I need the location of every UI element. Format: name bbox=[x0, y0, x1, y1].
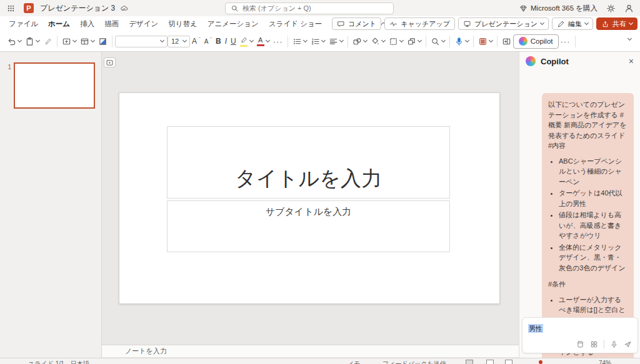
more-font-options-button[interactable]: ··· bbox=[271, 34, 285, 49]
pane-icon bbox=[502, 37, 511, 46]
share-button[interactable]: 共有 bbox=[596, 17, 638, 30]
design-ideas-button[interactable] bbox=[476, 34, 494, 49]
slide-1-thumbnail[interactable] bbox=[14, 62, 95, 109]
highlight-color-button[interactable] bbox=[238, 34, 255, 49]
catchup-label: キャッチアップ bbox=[401, 19, 450, 29]
start-slideshow-button[interactable] bbox=[104, 57, 116, 67]
notes-input[interactable]: ノートを入力 bbox=[102, 345, 519, 357]
designer-button[interactable] bbox=[96, 34, 109, 49]
powerpoint-logo[interactable]: P bbox=[24, 3, 34, 13]
normal-view-button[interactable] bbox=[466, 360, 473, 364]
notebook-icon[interactable] bbox=[576, 340, 584, 348]
notes-toggle[interactable]: メモ bbox=[348, 360, 360, 364]
editing-canvas: タイトルを入力 サブタイトルを入力 ノートを入力 bbox=[102, 52, 519, 364]
language-button[interactable]: 日本語 bbox=[71, 360, 89, 364]
format-painter-button[interactable] bbox=[41, 34, 54, 49]
tab-slideshow[interactable]: スライド ショー bbox=[264, 19, 327, 29]
shrink-font-button[interactable]: Aˇ bbox=[202, 34, 214, 49]
arrange-button[interactable] bbox=[405, 34, 423, 49]
shapes-icon bbox=[352, 37, 362, 46]
editing-mode-button[interactable]: 編集 bbox=[552, 17, 593, 30]
undo-button[interactable] bbox=[5, 34, 23, 49]
layout-icon bbox=[80, 37, 89, 46]
catchup-button[interactable]: キャッチアップ bbox=[384, 17, 455, 30]
zoom-level[interactable]: 74% bbox=[599, 360, 611, 364]
slide-thumbnail-panel: 1 bbox=[0, 52, 102, 364]
search-box[interactable]: 検索 (オプション + Q) bbox=[225, 2, 394, 14]
prompt-gallery-icon[interactable] bbox=[590, 340, 598, 348]
chevron-down-icon bbox=[363, 38, 368, 42]
font-color-button[interactable]: A bbox=[255, 34, 271, 49]
reading-view-button[interactable] bbox=[505, 360, 512, 364]
copilot-button-label: Copilot bbox=[531, 37, 553, 45]
document-title[interactable]: プレゼンテーション 3 bbox=[40, 3, 115, 14]
divider bbox=[288, 36, 288, 47]
new-slide-button[interactable] bbox=[60, 34, 78, 49]
more-options-icon: ··· bbox=[561, 37, 571, 46]
title-placeholder[interactable]: タイトルを入力 bbox=[167, 126, 450, 199]
dictate-button[interactable] bbox=[452, 34, 471, 49]
paste-button[interactable] bbox=[23, 34, 41, 49]
tab-insert[interactable]: 挿入 bbox=[75, 19, 99, 29]
chevron-down-icon bbox=[381, 38, 386, 42]
tab-home[interactable]: ホーム bbox=[43, 19, 75, 29]
copilot-prompt-input[interactable]: 男性 bbox=[522, 317, 638, 353]
chevron-down-icon bbox=[418, 38, 422, 42]
chevron-down-icon bbox=[441, 38, 446, 42]
find-button[interactable] bbox=[429, 34, 447, 49]
pencil-icon bbox=[557, 20, 565, 28]
menubar-right: コメント キャッチアップ プレゼンテーション 編集 bbox=[332, 16, 638, 31]
new-slide-icon bbox=[62, 37, 71, 46]
settings-gear-icon[interactable] bbox=[606, 4, 616, 13]
font-size-combobox[interactable]: 12 bbox=[168, 36, 190, 47]
top-bar: P プレゼンテーション 3 検索 (オプション + Q) Microsoft 3… bbox=[0, 0, 640, 16]
align-text-icon bbox=[329, 37, 338, 46]
font-name-combobox[interactable] bbox=[115, 36, 168, 47]
underline-button[interactable]: U bbox=[229, 34, 238, 49]
copilot-panel-title: Copilot bbox=[541, 57, 569, 66]
shape-outline-button[interactable] bbox=[387, 34, 405, 49]
app-launcher-button[interactable] bbox=[2, 0, 19, 16]
more-commands-button[interactable]: ··· bbox=[559, 34, 572, 49]
divider bbox=[449, 36, 450, 47]
copilot-header: Copilot × bbox=[519, 52, 640, 71]
bullets-button[interactable] bbox=[291, 34, 309, 49]
shapes-button[interactable] bbox=[351, 34, 369, 49]
tab-file[interactable]: ファイル bbox=[4, 19, 43, 29]
tab-draw[interactable]: 描画 bbox=[99, 19, 124, 29]
bold-button[interactable]: B bbox=[214, 34, 223, 49]
feedback-button[interactable]: フィードバックを送信 bbox=[382, 360, 446, 364]
save-status-button[interactable] bbox=[120, 4, 128, 12]
chevron-down-icon bbox=[266, 38, 270, 42]
title-placeholder-text: タイトルを入力 bbox=[235, 165, 382, 193]
grow-font-button[interactable]: Aˆ bbox=[190, 34, 202, 49]
subtitle-placeholder[interactable]: サブタイトルを入力 bbox=[167, 200, 450, 252]
input-selected-text: 男性 bbox=[528, 324, 543, 333]
slide-surface[interactable]: タイトルを入力 サブタイトルを入力 bbox=[119, 92, 500, 304]
tab-design[interactable]: デザイン bbox=[124, 19, 163, 29]
account-person-icon[interactable] bbox=[624, 4, 634, 13]
numbering-button[interactable] bbox=[309, 34, 327, 49]
collapse-ribbon-chevron[interactable] bbox=[628, 36, 632, 41]
presentation-mode-button[interactable]: プレゼンテーション bbox=[458, 17, 549, 30]
shrink-font-label: A bbox=[204, 38, 209, 45]
tab-transitions[interactable]: 切り替え bbox=[163, 19, 202, 29]
close-icon[interactable]: × bbox=[629, 57, 634, 66]
cloud-saved-icon bbox=[120, 4, 128, 12]
copilot-logo-icon bbox=[519, 37, 528, 46]
comments-button[interactable]: コメント bbox=[332, 17, 381, 30]
slide-sorter-view-button[interactable] bbox=[486, 360, 494, 364]
tab-animations[interactable]: アニメーション bbox=[202, 19, 264, 29]
move-pane-button[interactable] bbox=[500, 34, 513, 49]
align-button[interactable] bbox=[327, 34, 345, 49]
italic-button[interactable]: I bbox=[223, 34, 229, 49]
divider bbox=[348, 36, 348, 47]
layout-button[interactable] bbox=[78, 34, 96, 49]
underline-label: U bbox=[231, 37, 236, 46]
divider bbox=[112, 36, 112, 47]
shape-fill-button[interactable] bbox=[369, 34, 387, 49]
buy-microsoft365-button[interactable]: Microsoft 365 を購入 bbox=[519, 4, 598, 13]
copilot-ribbon-button[interactable]: Copilot bbox=[513, 34, 559, 49]
mic-icon[interactable] bbox=[610, 340, 618, 348]
send-icon[interactable] bbox=[624, 340, 632, 348]
